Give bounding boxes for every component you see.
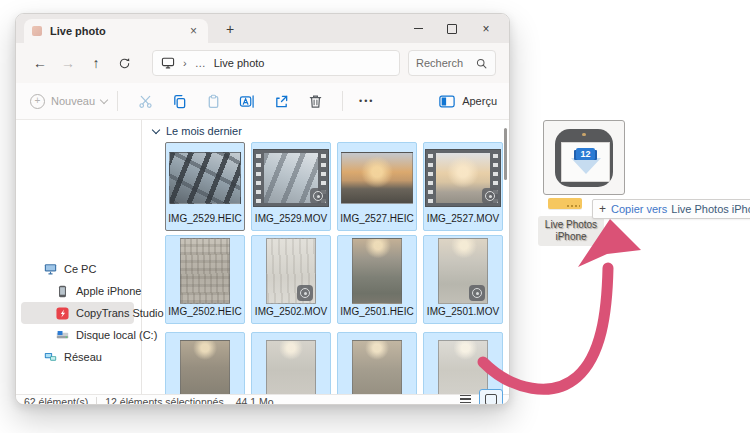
file-name: IMG_2501.HEIC [340, 306, 413, 318]
file-name: IMG_2502.HEIC [168, 306, 241, 318]
plus-icon: + [30, 94, 45, 109]
file-tile-img2501-mov[interactable]: IMG_2501.MOV [423, 235, 503, 324]
search-input[interactable] [416, 57, 476, 69]
sidebar-item-ce-pc[interactable]: Ce PC [21, 258, 134, 280]
status-bar: 62 élément(s) 12 éléments sélectionnés 4… [16, 394, 509, 405]
live-photos-iphone-shortcut[interactable]: 12 [543, 120, 625, 195]
sidebar-item-apple-iphone[interactable]: Apple iPhone [21, 280, 134, 302]
sidebar-item-label: Apple iPhone [76, 285, 141, 297]
file-tile-img2529-mov[interactable]: IMG_2529.MOV [251, 142, 331, 231]
rename-icon [239, 94, 255, 109]
thumbnail-wrap [424, 236, 502, 306]
video-thumbnail [438, 238, 488, 304]
chevron-down-icon [152, 125, 160, 133]
thumbnail-wrap [166, 143, 244, 213]
photo-thumbnail [180, 238, 230, 304]
camera-lens-dot [582, 133, 586, 136]
network-icon [43, 350, 57, 364]
minimize-icon [414, 28, 423, 29]
view-switcher [456, 389, 503, 405]
filmstrip-holes [254, 150, 263, 206]
photo-thumbnail [341, 152, 413, 204]
file-name: IMG_2502.MOV [255, 306, 327, 318]
sidebar-tree: Ce PC Apple iPhone CopyTrans Studio [16, 258, 139, 368]
more-options-button[interactable]: ••• [359, 96, 374, 106]
this-pc-icon [161, 57, 175, 69]
up-button[interactable]: ↑ [82, 50, 110, 76]
rename-button[interactable] [230, 87, 264, 115]
file-tile-partial[interactable] [165, 332, 245, 394]
search-box[interactable] [408, 50, 496, 76]
new-tab-button[interactable]: + [226, 22, 234, 36]
sidebar-item-reseau[interactable]: Réseau [21, 346, 134, 368]
sidebar-item-copytrans-studio[interactable]: CopyTrans Studio [21, 302, 134, 324]
chevron-down-icon [100, 95, 108, 103]
computer-icon [43, 262, 57, 276]
sidebar-item-disque-local[interactable]: Disque local (C:) [21, 324, 134, 346]
new-button[interactable]: + Nouveau [30, 94, 107, 109]
refresh-button[interactable] [110, 50, 138, 76]
preview-toggle-button[interactable]: Aperçu [439, 95, 497, 108]
file-name: IMG_2527.HEIC [340, 213, 413, 225]
search-icon [476, 58, 487, 69]
share-icon [274, 94, 289, 109]
photo-thumbnail [180, 340, 230, 394]
photo-thumbnail [169, 152, 241, 204]
file-row [165, 332, 503, 394]
delete-button[interactable] [298, 87, 332, 115]
paste-button[interactable] [196, 87, 230, 115]
drag-ghost-files [548, 198, 582, 209]
live-photos-app-icon: 12 [555, 129, 613, 187]
tooltip-target-text: Live Photos iPhone [671, 203, 750, 215]
thumbnail-view-icon [485, 394, 497, 405]
video-thumbnail [253, 149, 329, 207]
phone-icon [55, 284, 69, 298]
tab-bar: Live photo × + × [16, 14, 509, 43]
photo-thumbnail [352, 238, 402, 304]
close-button[interactable]: × [469, 14, 503, 43]
group-header-label: Le mois dernier [166, 125, 242, 137]
address-bar[interactable]: › … Live photo [152, 50, 400, 76]
copy-button[interactable] [162, 87, 196, 115]
thumbnail-wrap [166, 333, 244, 394]
tooltip-action-text: Copier vers [611, 203, 667, 215]
toolbar-divider [117, 91, 118, 111]
file-tile-img2529-heic[interactable]: IMG_2529.HEIC [165, 142, 245, 231]
thumbnail-view-button[interactable] [479, 389, 503, 405]
breadcrumb-location[interactable]: Live photo [214, 57, 265, 69]
cut-button[interactable] [128, 87, 162, 115]
file-tile-img2527-heic[interactable]: IMG_2527.HEIC [337, 142, 417, 231]
file-tile-partial[interactable] [251, 332, 331, 394]
new-label: Nouveau [51, 95, 95, 107]
file-list-pane: Le mois dernier IMG_2529.HEIC [143, 120, 510, 394]
file-tile-img2527-mov[interactable]: IMG_2527.MOV [423, 142, 503, 231]
file-tile-img2502-heic[interactable]: IMG_2502.HEIC [165, 235, 245, 324]
group-header[interactable]: Le mois dernier [153, 125, 242, 137]
explorer-content: Ce PC Apple iPhone CopyTrans Studio [16, 120, 509, 394]
share-button[interactable] [264, 87, 298, 115]
shortcut-label[interactable]: Live Photos iPhone [538, 216, 604, 246]
breadcrumb-overflow[interactable]: … [195, 57, 206, 69]
back-button[interactable]: ← [26, 50, 54, 76]
file-tile-partial[interactable] [337, 332, 417, 394]
shortcut-label-line2: iPhone [540, 231, 602, 243]
file-name: IMG_2529.MOV [255, 213, 327, 225]
file-tile-img2502-mov[interactable]: IMG_2502.MOV [251, 235, 331, 324]
file-name: IMG_2501.MOV [427, 306, 499, 318]
maximize-button[interactable] [435, 14, 469, 43]
vertical-scrollbar[interactable] [504, 128, 507, 180]
tab-live-photo[interactable]: Live photo × [24, 19, 208, 43]
details-view-button[interactable] [456, 391, 475, 405]
video-thumbnail [266, 238, 316, 304]
forward-button[interactable]: → [54, 50, 82, 76]
photo-thumbnail [352, 340, 402, 394]
file-tile-partial[interactable] [423, 332, 503, 394]
filmstrip-holes [426, 150, 435, 206]
sidebar-item-label: Réseau [64, 351, 102, 363]
photo-thumbnail [438, 340, 488, 394]
minimize-button[interactable] [401, 14, 435, 43]
tab-close-icon[interactable]: × [187, 24, 200, 38]
selected-count: 12 éléments sélectionnés [97, 396, 232, 406]
live-photo-badge-icon [469, 285, 485, 301]
file-tile-img2501-heic[interactable]: IMG_2501.HEIC [337, 235, 417, 324]
